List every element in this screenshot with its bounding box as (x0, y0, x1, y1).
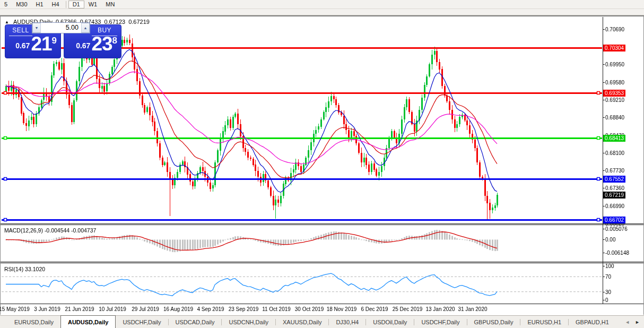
time-label-14: 13 Jan 2020 (425, 306, 455, 312)
chevron-up-icon: ▲ (84, 26, 88, 30)
rsi-indicator-canvas[interactable] (2, 264, 602, 303)
tab-scroll-arrows: ◄► (621, 316, 644, 328)
tab-eurusd-daily[interactable]: EURUSD,Daily (7, 316, 60, 328)
time-label-15: 31 Jan 2020 (458, 306, 487, 312)
pane-splitter-macd[interactable] (1, 223, 643, 225)
timeframe-button-w1[interactable]: W1 (84, 1, 102, 8)
tab-usdchf-daily[interactable]: USDCHF,Daily (116, 316, 168, 328)
sell-price: 0.67219 (15, 33, 57, 55)
timeframe-button-m30[interactable]: M30 (12, 1, 31, 8)
level-badge-0.66702: 0.66702 (603, 217, 625, 223)
time-label-6: 16 Aug 2019 (163, 306, 193, 312)
time-label-11: 18 Nov 2019 (327, 306, 357, 312)
macd-signal-value: -0.004737 (71, 227, 96, 234)
time-label-1: 15 May 2019 (0, 306, 30, 312)
price-tick-0.68840: 0.68840 (605, 114, 624, 121)
tabs-scroll-left-icon[interactable]: ◄ (625, 320, 630, 325)
chart-window: ▲ AUDUSD,Daily 0.67366 0.67433 0.67123 0… (0, 15, 644, 315)
time-axis: 15 May 20193 Jun 201921 Jun 201910 Jul 2… (1, 304, 643, 315)
time-label-13: 25 Dec 2019 (393, 306, 423, 312)
timeframe-buttons-row: 5M30H1H4D1W1MN (0, 0, 644, 9)
time-label-7: 4 Sep 2019 (197, 306, 224, 312)
tab-dj30-h4[interactable]: DJ30,H4 (329, 316, 365, 328)
level-badge-0.67552: 0.67552 (603, 176, 625, 183)
macd-tick--0.006148: -0.006148 (605, 249, 629, 256)
volume-increase-button[interactable]: ▲ (81, 23, 90, 33)
current-price-badge: 0.67219 (603, 192, 625, 198)
price-tick-0.68100: 0.68100 (605, 150, 624, 157)
time-label-8: 23 Sep 2019 (229, 306, 259, 312)
time-label-5: 29 Jul 2019 (132, 306, 159, 312)
macd-indicator-label: MACD(12,26,9) -0.004544 -0.004737 (4, 227, 96, 234)
tab-usdcnh-daily[interactable]: USDCNH,Daily (222, 316, 275, 328)
price-tick-0.66990: 0.66990 (605, 203, 624, 210)
price-tick-0.69210: 0.69210 (605, 97, 624, 103)
timeframe-button-5[interactable]: 5 (0, 1, 12, 8)
one-click-trading-panel: SELL 0.67219 BUY 0.67238 ▼ 5.00 ▲ (5, 23, 121, 58)
volume-input[interactable]: 5.00 (41, 23, 81, 33)
rsi-name: RSI(14) (4, 266, 23, 272)
tabs-scroll-right-icon[interactable]: ► (635, 320, 640, 325)
chevron-down-icon: ▼ (35, 26, 39, 30)
tab-eurusd-h1[interactable]: EURUSD,H1 (520, 316, 568, 328)
tab-audusd-daily[interactable]: AUDUSD,Daily (60, 315, 116, 328)
timeframe-button-d1[interactable]: D1 (68, 1, 84, 8)
price-tick-0.69580: 0.69580 (605, 79, 624, 86)
chart-tab-bar: EURUSD,DailyAUDUSD,DailyUSDCHF,DailyUSDC… (0, 315, 644, 328)
tab-gbpaud-h1[interactable]: GBPAUD,H1 (569, 316, 616, 328)
ohlc-close: 0.67219 (128, 19, 150, 25)
price-tick-0.67360: 0.67360 (605, 185, 624, 192)
macd-tick-0.00: 0.00 (605, 236, 615, 243)
time-label-4: 10 Jul 2019 (99, 306, 126, 312)
tab-xauusd-daily[interactable]: XAUUSD,Daily (276, 316, 328, 328)
volume-decrease-button[interactable]: ▼ (32, 23, 41, 33)
time-label-2: 3 Jun 2019 (34, 306, 60, 312)
price-tick-0.69950: 0.69950 (605, 61, 624, 68)
rsi-tick-100: 100 (605, 263, 614, 270)
macd-name: MACD(12,26,9) (4, 227, 43, 234)
pane-splitter-rsi[interactable] (1, 262, 643, 263)
price-axis: 0.706900.699500.695800.692100.688400.684… (603, 16, 644, 304)
tab-usdoil-daily[interactable]: USDOil,Daily (366, 316, 414, 328)
macd-tick-0.005076: 0.005076 (605, 226, 628, 232)
macd-main-value: -0.004544 (45, 227, 69, 234)
tab-usdcad-daily[interactable]: USDCAD,Daily (169, 316, 222, 328)
timeframe-toolbar: 5M30H1H4D1W1MN (0, 0, 644, 15)
tab-gbpusd-daily[interactable]: GBPUSD,Daily (467, 316, 520, 328)
buy-price: 0.67238 (76, 33, 117, 55)
rsi-indicator-label: RSI(14) 33.1020 (4, 266, 45, 272)
rsi-value: 33.1020 (25, 266, 45, 272)
rsi-tick-30: 30 (605, 289, 611, 296)
time-label-3: 21 Jun 2019 (65, 306, 94, 312)
time-label-10: 30 Oct 2019 (295, 306, 324, 312)
tab-usdchf-daily[interactable]: USDCHF,Daily (414, 316, 466, 328)
rsi-tick-70: 70 (605, 273, 611, 280)
toolbar-separator (66, 1, 66, 8)
volume-spinner: ▼ 5.00 ▲ (32, 22, 90, 33)
rsi-tick-0: 0 (605, 297, 608, 304)
timeframe-button-h4[interactable]: H4 (48, 1, 64, 8)
level-badge-0.68413: 0.68413 (603, 135, 625, 142)
level-badge-0.69353: 0.69353 (603, 90, 625, 97)
tab-bar-left-pad (0, 316, 7, 328)
level-badge-0.70304: 0.70304 (603, 45, 625, 51)
price-tick-0.70690: 0.70690 (605, 26, 624, 33)
timeframe-button-mn[interactable]: MN (101, 1, 119, 8)
price-tick-0.67730: 0.67730 (605, 167, 624, 174)
time-label-9: 11 Oct 2019 (262, 306, 291, 312)
timeframe-button-h1[interactable]: H1 (32, 1, 48, 8)
time-label-12: 6 Dec 2019 (361, 306, 388, 312)
